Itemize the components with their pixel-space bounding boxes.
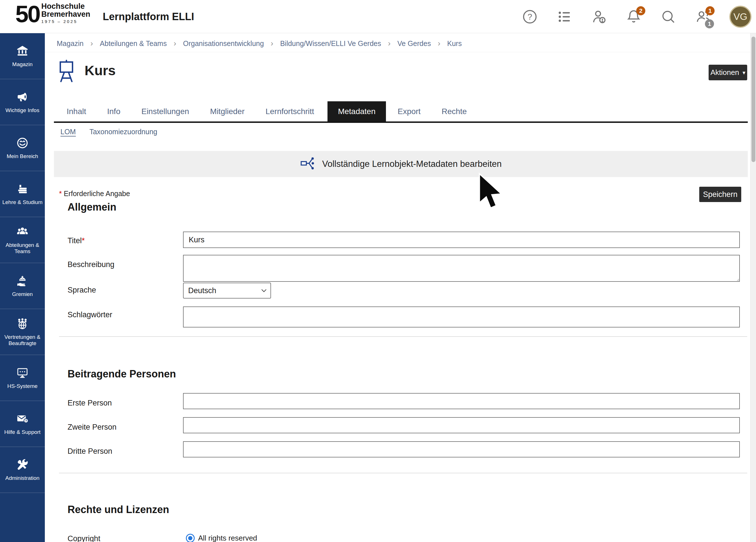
required-note: * Erforderliche Angabe bbox=[59, 190, 130, 198]
top-icon-bar: ? bbox=[522, 0, 751, 33]
megaphone-icon bbox=[16, 91, 29, 105]
sidebar-item-label: Vertretungen & Beauftragte bbox=[0, 334, 45, 347]
actions-button[interactable]: Aktionen ▾ bbox=[709, 65, 747, 80]
copyright-option-label: All rights reserved bbox=[198, 534, 257, 542]
tab-lernfortschritt[interactable]: Lernfortschritt bbox=[258, 101, 322, 121]
monitor-icon bbox=[16, 366, 29, 381]
caret-down-icon: ▾ bbox=[743, 69, 745, 76]
copyright-radio-row: All rights reserved bbox=[186, 534, 257, 542]
people-group-icon bbox=[16, 225, 29, 240]
avatar[interactable]: VG bbox=[729, 6, 751, 28]
breadcrumb-item[interactable]: Ve Gerdes bbox=[397, 39, 431, 48]
breadcrumb-item[interactable]: Abteilungen & Teams bbox=[100, 39, 167, 48]
banner-label: Vollständige Lernobjekt-Metadaten bearbe… bbox=[322, 159, 502, 169]
tab-inhalt[interactable]: Inhalt bbox=[59, 101, 94, 121]
main-content: Magazin › Abteilungen & Teams › Organisa… bbox=[45, 33, 750, 542]
smiley-icon bbox=[16, 136, 29, 151]
sidebar-item-wichtige-infos[interactable]: Wichtige Infos bbox=[0, 79, 45, 125]
copyright-label: Copyright bbox=[68, 534, 100, 542]
logo-years: 1975 – 2025 bbox=[41, 19, 90, 24]
breadcrumb-item[interactable]: Bildung/Wissen/ELLI Ve Gerdes bbox=[280, 39, 381, 48]
breadcrumb-item[interactable]: Organisationsentwicklung bbox=[183, 39, 264, 48]
sidebar-item-vertretungen[interactable]: Vertretungen & Beauftragte bbox=[0, 309, 45, 355]
breadcrumb-item[interactable]: Kurs bbox=[447, 39, 462, 48]
description-label: Beschreibung bbox=[68, 260, 114, 269]
subtab-taxonomiezuordnung[interactable]: Taxonomiezuordnung bbox=[89, 128, 157, 136]
tab-metadaten[interactable]: Metadaten bbox=[327, 101, 386, 121]
svg-text:?: ? bbox=[528, 12, 532, 21]
scrollbar-thumb[interactable] bbox=[751, 37, 755, 162]
sidebar-item-administration[interactable]: Administration bbox=[0, 447, 45, 493]
breadcrumb-item[interactable]: Magazin bbox=[57, 39, 84, 48]
section-divider bbox=[59, 473, 747, 473]
subtab-lom[interactable]: LOM bbox=[60, 128, 76, 136]
sidebar-item-gremien[interactable]: Gremien bbox=[0, 263, 45, 309]
sidebar-item-magazin[interactable]: Magazin bbox=[0, 33, 45, 79]
top-bar: 50 Hochschule Bremerhaven 1975 – 2025 Le… bbox=[0, 0, 756, 33]
user-status-icon[interactable] bbox=[591, 9, 607, 25]
sidebar: Magazin Wichtige Infos Mein Bereich Lehr… bbox=[0, 33, 45, 542]
title-input[interactable] bbox=[183, 232, 740, 248]
app-title: Lernplattform ELLI bbox=[103, 11, 194, 23]
description-textarea[interactable] bbox=[183, 255, 740, 282]
section-heading-rechte: Rechte und Lizenzen bbox=[68, 504, 169, 516]
contacts-badge-secondary: 1 bbox=[705, 19, 714, 28]
language-select[interactable]: Deutsch bbox=[183, 283, 271, 299]
tab-underline bbox=[54, 121, 748, 123]
tools-icon bbox=[16, 458, 29, 472]
sidebar-item-label: Abteilungen & Teams bbox=[0, 242, 45, 255]
metadata-network-icon bbox=[300, 156, 316, 172]
globe-people-icon bbox=[16, 317, 29, 331]
logo-50-number: 50 bbox=[15, 3, 39, 26]
books-icon bbox=[16, 182, 29, 197]
tab-info[interactable]: Info bbox=[100, 101, 128, 121]
tab-export[interactable]: Export bbox=[390, 101, 428, 121]
bank-icon bbox=[16, 45, 29, 59]
screen: 50 Hochschule Bremerhaven 1975 – 2025 Le… bbox=[0, 0, 756, 542]
third-person-label: Dritte Person bbox=[68, 447, 112, 456]
help-icon[interactable]: ? bbox=[522, 9, 538, 25]
contacts-icon[interactable]: 1 1 bbox=[695, 9, 711, 25]
subtab-bar: LOM Taxonomiezuordnung bbox=[60, 128, 157, 136]
sidebar-item-lehre-studium[interactable]: Lehre & Studium bbox=[0, 171, 45, 217]
search-icon[interactable] bbox=[660, 9, 677, 25]
mail-help-icon: ? bbox=[16, 412, 29, 427]
svg-text:?: ? bbox=[25, 419, 27, 422]
second-person-input[interactable] bbox=[183, 417, 740, 433]
language-label: Sprache bbox=[68, 286, 96, 295]
section-heading-beitragende: Beitragende Personen bbox=[68, 368, 176, 380]
sidebar-item-label: Mein Bereich bbox=[5, 153, 40, 159]
breadcrumb-separator: › bbox=[388, 39, 390, 48]
third-person-input[interactable] bbox=[183, 441, 740, 457]
keywords-input[interactable] bbox=[183, 306, 740, 327]
sidebar-item-hilfe-support[interactable]: ? Hilfe & Support bbox=[0, 401, 45, 447]
keywords-label: Schlagwörter bbox=[68, 310, 112, 319]
copyright-radio[interactable] bbox=[186, 534, 195, 542]
scrollbar-track[interactable] bbox=[750, 33, 756, 542]
edit-full-metadata-banner[interactable]: Vollständige Lernobjekt-Metadaten bearbe… bbox=[54, 151, 748, 177]
second-person-label: Zweite Person bbox=[68, 423, 117, 432]
university-logo[interactable]: 50 Hochschule Bremerhaven 1975 – 2025 bbox=[15, 2, 90, 26]
sidebar-item-label: Gremien bbox=[11, 291, 34, 297]
tab-mitglieder[interactable]: Mitglieder bbox=[202, 101, 252, 121]
breadcrumb: Magazin › Abteilungen & Teams › Organisa… bbox=[57, 39, 462, 48]
sidebar-item-mein-bereich[interactable]: Mein Bereich bbox=[0, 125, 45, 171]
notifications-icon[interactable]: 2 bbox=[625, 9, 642, 25]
breadcrumb-separator: › bbox=[174, 39, 176, 48]
todo-list-icon[interactable] bbox=[556, 9, 573, 25]
first-person-input[interactable] bbox=[183, 393, 740, 409]
sidebar-item-hs-systeme[interactable]: HS-Systeme bbox=[0, 355, 45, 401]
sidebar-item-abteilungen-teams[interactable]: Abteilungen & Teams bbox=[0, 217, 45, 263]
notifications-badge: 2 bbox=[636, 6, 645, 15]
required-asterisk: * bbox=[82, 236, 85, 245]
committee-icon bbox=[16, 274, 29, 289]
language-select-wrap: Deutsch bbox=[183, 283, 271, 299]
save-button[interactable]: Speichern bbox=[699, 187, 741, 202]
sidebar-item-label: Lehre & Studium bbox=[1, 199, 44, 205]
tab-einstellungen[interactable]: Einstellungen bbox=[134, 101, 197, 121]
required-asterisk: * bbox=[59, 190, 62, 198]
first-person-label: Erste Person bbox=[68, 399, 112, 407]
section-divider bbox=[59, 336, 747, 337]
sidebar-item-label: Hilfe & Support bbox=[3, 429, 42, 435]
tab-rechte[interactable]: Rechte bbox=[434, 101, 474, 121]
